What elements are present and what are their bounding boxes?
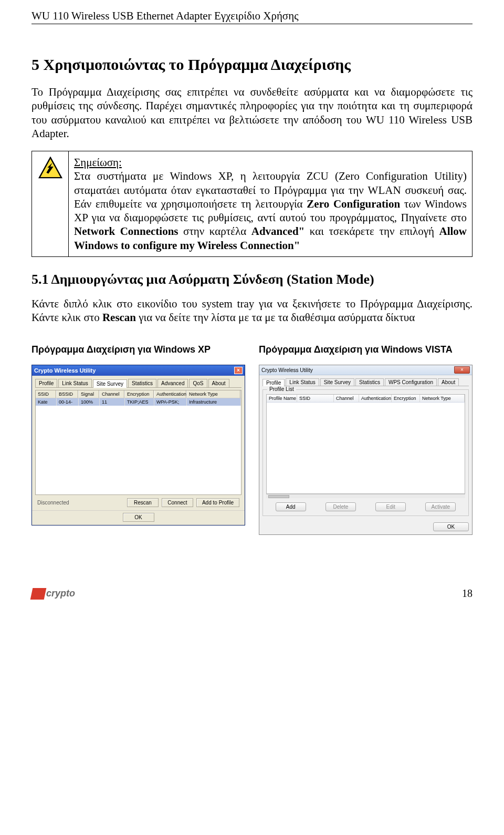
note-box: Σημείωση: Στα συστήματα με Windows XP, η…	[32, 151, 472, 257]
cell-signal: 100%	[79, 398, 100, 406]
scrollbar-thumb[interactable]	[268, 495, 289, 498]
xp-title-text: Crypto Wireless Utility	[34, 367, 96, 374]
profile-list-legend: Profile List	[267, 386, 296, 392]
note-b2: Network Connections	[74, 225, 178, 238]
note-b3: Advanced"	[251, 225, 305, 238]
tab-statistics[interactable]: Statistics	[355, 378, 384, 386]
xp-header-row: SSID BSSID Signal Channel Encryption Aut…	[36, 390, 241, 398]
warning-triangle-icon	[38, 157, 62, 179]
tab-statistics[interactable]: Statistics	[128, 379, 156, 387]
tab-link-status[interactable]: Link Status	[58, 379, 91, 387]
note-m3: και τσεκάρετε την επιλογή	[304, 225, 439, 238]
xp-column: Πρόγραμμα Διαχείριση για Windows XP Cryp…	[32, 344, 245, 535]
xp-status-text: Disconnected	[37, 500, 124, 506]
vista-heading: Πρόγραμμα Διαχείριση για Windows VISTA	[259, 344, 472, 355]
rescan-button[interactable]: Rescan	[127, 498, 159, 507]
intro-text: Το Πρόγραμμα Διαχείρισης σας επιτρέπει ν…	[32, 86, 472, 140]
vista-ok-row: OK	[259, 519, 472, 534]
col-channel[interactable]: Channel	[100, 390, 125, 398]
tab-wps-config[interactable]: WPS Configuration	[385, 378, 437, 386]
note-b1: Zero Configuration	[307, 198, 400, 210]
ok-button[interactable]: OK	[433, 522, 469, 531]
vista-profile-table[interactable]: Profile Name SSID Channel Authentication…	[266, 394, 465, 494]
connect-button[interactable]: Connect	[162, 498, 193, 507]
cell-nettype: Infrastructure	[187, 398, 241, 406]
cell-auth: WPA-PSK;	[154, 398, 187, 406]
subsection-title: 5.1 Δημιουργώντας μια Ασύρματη Σύνδεση (…	[32, 272, 472, 287]
edit-button: Edit	[375, 502, 406, 511]
activate-button: Activate	[425, 502, 456, 511]
vista-button-row: Add Delete Edit Activate	[266, 498, 465, 512]
col-signal[interactable]: Signal	[79, 390, 100, 398]
screenshot-columns: Πρόγραμμα Διαχείριση για Windows XP Cryp…	[32, 344, 472, 535]
delete-button: Delete	[326, 502, 356, 511]
xp-titlebar: Crypto Wireless Utility ×	[32, 365, 245, 376]
note-m2: στην καρτέλα	[178, 225, 251, 238]
xp-window: Crypto Wireless Utility × Profile Link S…	[32, 365, 245, 525]
add-button[interactable]: Add	[276, 502, 306, 511]
tab-about[interactable]: About	[438, 378, 459, 386]
col-ssid[interactable]: SSID	[36, 390, 57, 398]
cell-ssid: Kate	[36, 398, 57, 406]
col-encryption[interactable]: Encryption	[125, 390, 154, 398]
tab-site-survey[interactable]: Site Survey	[320, 378, 354, 386]
tab-about[interactable]: About	[208, 379, 229, 387]
cell-encryption: TKIP;AES	[125, 398, 154, 406]
col-channel[interactable]: Channel	[334, 395, 359, 402]
sub-bold: Rescan	[102, 311, 136, 324]
page-number: 18	[462, 587, 472, 600]
xp-tabs: Profile Link Status Site Survey Statisti…	[35, 379, 242, 388]
vista-header-row: Profile Name SSID Channel Authentication…	[267, 395, 465, 403]
tab-profile[interactable]: Profile	[35, 379, 57, 387]
doc-header-text: WU 110 Wireless USB Ethernet Adapter Εγχ…	[32, 9, 298, 22]
tab-advanced[interactable]: Advanced	[158, 379, 188, 387]
col-auth[interactable]: Authentication	[154, 390, 187, 398]
col-auth[interactable]: Authentication	[359, 395, 392, 402]
col-encryption[interactable]: Encryption	[392, 395, 420, 402]
tab-profile[interactable]: Profile	[262, 379, 285, 386]
intro-paragraph: Το Πρόγραμμα Διαχείρισης σας επιτρέπει ν…	[32, 85, 472, 140]
add-to-profile-button[interactable]: Add to Profile	[196, 498, 239, 507]
crypto-logo: crypto	[32, 588, 75, 600]
close-icon[interactable]: ×	[454, 366, 470, 374]
xp-network-table[interactable]: SSID BSSID Signal Channel Encryption Aut…	[35, 390, 242, 495]
note-text: Σημείωση: Στα συστήματα με Windows XP, η…	[69, 151, 472, 256]
vista-column: Πρόγραμμα Διαχείριση για Windows VISTA C…	[259, 344, 472, 535]
col-ssid[interactable]: SSID	[297, 395, 334, 402]
close-icon[interactable]: ×	[234, 367, 243, 374]
cell-channel: 11	[100, 398, 125, 406]
vista-body: Profile Link Status Site Survey Statisti…	[259, 375, 472, 519]
profile-list-group: Profile List Profile Name SSID Channel A…	[262, 389, 469, 516]
cell-bssid: 00-14-	[57, 398, 79, 406]
crypto-logo-icon	[30, 588, 45, 600]
page-footer: crypto 18	[32, 587, 472, 600]
doc-header: WU 110 Wireless USB Ethernet Adapter Εγχ…	[32, 9, 472, 24]
col-bssid[interactable]: BSSID	[57, 390, 79, 398]
tab-qos[interactable]: QoS	[189, 379, 207, 387]
vista-titlebar: Crypto Wireless Utility ×	[259, 365, 472, 375]
xp-ok-row: OK	[32, 510, 245, 525]
xp-bottom-bar: Disconnected Rescan Connect Add to Profi…	[35, 495, 242, 508]
col-network-type[interactable]: Network Type	[187, 390, 241, 398]
vista-title-text: Crypto Wireless Utility	[261, 367, 313, 373]
col-network-type[interactable]: Network Type	[420, 395, 465, 402]
sub-post: για να δείτε την λίστα με τα με τα διαθέ…	[136, 311, 415, 324]
xp-body: Profile Link Status Site Survey Statisti…	[32, 376, 245, 510]
xp-heading: Πρόγραμμα Διαχείριση για Windows XP	[32, 344, 245, 355]
vista-window: Crypto Wireless Utility × Profile Link S…	[259, 365, 472, 535]
ok-button[interactable]: OK	[123, 513, 154, 522]
col-profile-name[interactable]: Profile Name	[267, 395, 297, 402]
horizontal-scrollbar[interactable]	[266, 494, 465, 498]
section-title: 5 Χρησιμοποιώντας το Πρόγραμμα Διαχείρισ…	[32, 56, 472, 74]
note-label: Σημείωση:	[74, 156, 122, 169]
crypto-logo-text: crypto	[46, 588, 75, 599]
table-row[interactable]: Kate 00-14- 100% 11 TKIP;AES WPA-PSK; In…	[36, 398, 241, 406]
subsection-paragraph: Κάντε διπλό κλικ στο εικονίδιο του syste…	[32, 297, 472, 325]
note-icon-cell	[32, 151, 69, 256]
vista-tabs: Profile Link Status Site Survey Statisti…	[262, 378, 469, 386]
tab-site-survey[interactable]: Site Survey	[93, 379, 127, 388]
tab-link-status[interactable]: Link Status	[286, 378, 319, 386]
